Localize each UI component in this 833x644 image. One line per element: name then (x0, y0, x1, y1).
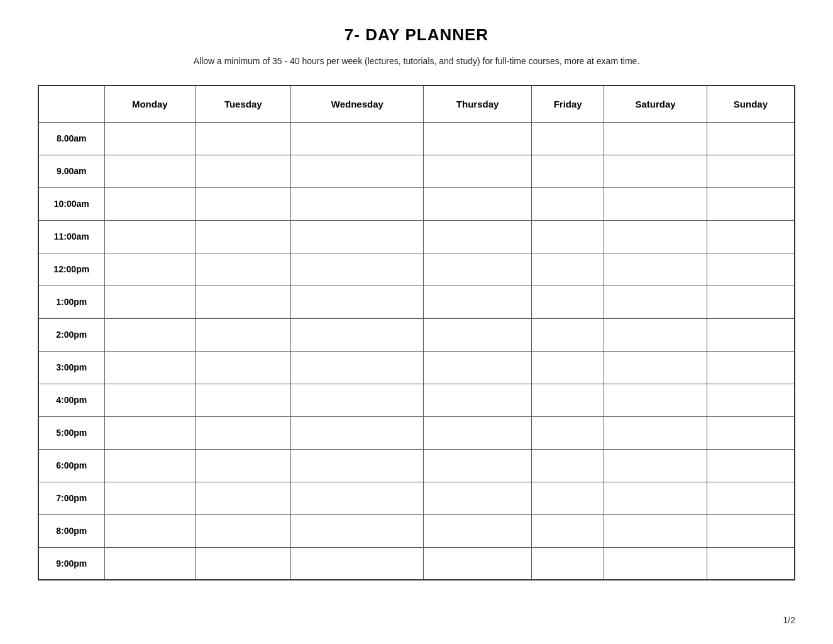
cell-6-6[interactable] (707, 318, 795, 351)
cell-8-3[interactable] (424, 384, 532, 416)
cell-4-4[interactable] (532, 253, 604, 286)
cell-6-4[interactable] (532, 318, 604, 351)
cell-8-0[interactable] (104, 384, 196, 416)
cell-13-1[interactable] (196, 547, 291, 580)
cell-13-4[interactable] (532, 547, 604, 580)
cell-9-6[interactable] (707, 416, 795, 449)
cell-10-6[interactable] (707, 449, 795, 482)
cell-3-3[interactable] (424, 220, 532, 253)
cell-10-5[interactable] (604, 449, 707, 482)
cell-2-0[interactable] (104, 187, 196, 220)
cell-3-5[interactable] (604, 220, 707, 253)
cell-2-3[interactable] (424, 187, 532, 220)
cell-1-6[interactable] (707, 155, 795, 187)
cell-2-4[interactable] (532, 187, 604, 220)
cell-11-4[interactable] (532, 482, 604, 514)
cell-3-2[interactable] (291, 220, 424, 253)
cell-10-3[interactable] (424, 449, 532, 482)
cell-7-3[interactable] (424, 351, 532, 384)
cell-7-4[interactable] (532, 351, 604, 384)
cell-4-2[interactable] (291, 253, 424, 286)
cell-5-2[interactable] (291, 286, 424, 318)
cell-13-0[interactable] (104, 547, 196, 580)
cell-1-5[interactable] (604, 155, 707, 187)
cell-11-0[interactable] (104, 482, 196, 514)
cell-2-2[interactable] (291, 187, 424, 220)
cell-0-5[interactable] (604, 122, 707, 155)
cell-1-1[interactable] (196, 155, 291, 187)
cell-4-6[interactable] (707, 253, 795, 286)
cell-6-3[interactable] (424, 318, 532, 351)
cell-4-5[interactable] (604, 253, 707, 286)
cell-4-3[interactable] (424, 253, 532, 286)
cell-0-4[interactable] (532, 122, 604, 155)
cell-0-1[interactable] (196, 122, 291, 155)
cell-12-6[interactable] (707, 514, 795, 547)
cell-9-5[interactable] (604, 416, 707, 449)
cell-6-0[interactable] (104, 318, 196, 351)
cell-12-1[interactable] (196, 514, 291, 547)
time-cell-2: 10:00am (38, 187, 104, 220)
cell-5-5[interactable] (604, 286, 707, 318)
cell-13-3[interactable] (424, 547, 532, 580)
cell-2-6[interactable] (707, 187, 795, 220)
cell-1-3[interactable] (424, 155, 532, 187)
cell-7-6[interactable] (707, 351, 795, 384)
cell-7-0[interactable] (104, 351, 196, 384)
cell-4-1[interactable] (196, 253, 291, 286)
cell-13-2[interactable] (291, 547, 424, 580)
cell-10-2[interactable] (291, 449, 424, 482)
cell-8-1[interactable] (196, 384, 291, 416)
cell-8-6[interactable] (707, 384, 795, 416)
cell-13-6[interactable] (707, 547, 795, 580)
cell-12-4[interactable] (532, 514, 604, 547)
cell-8-4[interactable] (532, 384, 604, 416)
cell-7-2[interactable] (291, 351, 424, 384)
cell-5-4[interactable] (532, 286, 604, 318)
table-row: 11:00am (38, 220, 795, 253)
cell-9-1[interactable] (196, 416, 291, 449)
cell-1-4[interactable] (532, 155, 604, 187)
cell-5-0[interactable] (104, 286, 196, 318)
cell-12-2[interactable] (291, 514, 424, 547)
cell-12-5[interactable] (604, 514, 707, 547)
cell-6-2[interactable] (291, 318, 424, 351)
cell-9-4[interactable] (532, 416, 604, 449)
cell-5-6[interactable] (707, 286, 795, 318)
cell-12-3[interactable] (424, 514, 532, 547)
cell-10-4[interactable] (532, 449, 604, 482)
cell-1-2[interactable] (291, 155, 424, 187)
cell-12-0[interactable] (104, 514, 196, 547)
cell-6-1[interactable] (196, 318, 291, 351)
cell-6-5[interactable] (604, 318, 707, 351)
cell-8-2[interactable] (291, 384, 424, 416)
cell-10-1[interactable] (196, 449, 291, 482)
cell-11-2[interactable] (291, 482, 424, 514)
cell-3-4[interactable] (532, 220, 604, 253)
cell-2-5[interactable] (604, 187, 707, 220)
cell-0-2[interactable] (291, 122, 424, 155)
cell-11-3[interactable] (424, 482, 532, 514)
cell-9-3[interactable] (424, 416, 532, 449)
cell-5-3[interactable] (424, 286, 532, 318)
cell-0-0[interactable] (104, 122, 196, 155)
cell-10-0[interactable] (104, 449, 196, 482)
cell-2-1[interactable] (196, 187, 291, 220)
cell-11-6[interactable] (707, 482, 795, 514)
cell-3-0[interactable] (104, 220, 196, 253)
cell-3-1[interactable] (196, 220, 291, 253)
cell-0-6[interactable] (707, 122, 795, 155)
cell-1-0[interactable] (104, 155, 196, 187)
cell-4-0[interactable] (104, 253, 196, 286)
cell-11-1[interactable] (196, 482, 291, 514)
cell-11-5[interactable] (604, 482, 707, 514)
cell-13-5[interactable] (604, 547, 707, 580)
cell-9-2[interactable] (291, 416, 424, 449)
cell-5-1[interactable] (196, 286, 291, 318)
cell-3-6[interactable] (707, 220, 795, 253)
cell-7-5[interactable] (604, 351, 707, 384)
cell-9-0[interactable] (104, 416, 196, 449)
cell-8-5[interactable] (604, 384, 707, 416)
cell-0-3[interactable] (424, 122, 532, 155)
cell-7-1[interactable] (196, 351, 291, 384)
